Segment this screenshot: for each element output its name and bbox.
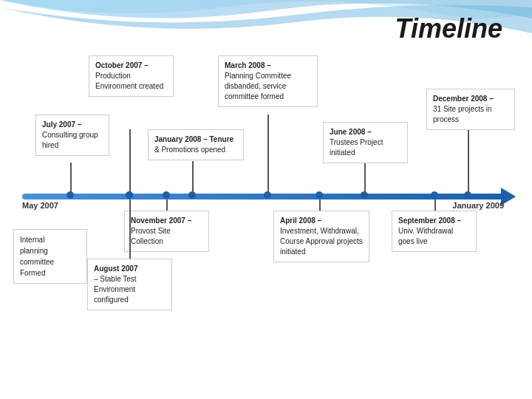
internal-planning-text3: committee [20, 258, 54, 266]
card-jan2008: January 2008 – Tenure& Promotions opened [148, 129, 244, 160]
card-jun2008: June 2008 –Trustees Project initiated [323, 122, 408, 163]
timeline-dot-sep2008 [431, 191, 438, 199]
card-date-aug2007: August 2007 [94, 265, 137, 273]
card-mar2008: March 2008 –Planning Committee disbanded… [218, 55, 318, 107]
timeline-dot-apr2008 [316, 191, 323, 199]
timeline-dot-nov2007 [163, 191, 170, 199]
internal-planning-text4: Formed [20, 269, 45, 277]
card-july2007: July 2007 –Consulting group hired [35, 115, 109, 156]
card-text-oct2007: Production Environment created [95, 72, 163, 90]
card-date-nov2007: November 2007 – [131, 216, 191, 225]
card-date-jan2008: January 2008 – Tenure [154, 135, 233, 143]
internal-planning-box: Internal planning committee Formed [13, 229, 87, 284]
internal-planning-text2: planning [20, 247, 48, 255]
card-date-sep2008: September 2008 – [398, 216, 461, 225]
card-text-mar2008: Planning Committee disbanded, service co… [225, 72, 291, 100]
connector-sep2008 [434, 200, 436, 211]
card-apr2008: April 2008 –Investment, Withdrawal, Cour… [273, 211, 369, 262]
connector-apr2008 [319, 200, 321, 211]
connector-jan2008 [192, 161, 194, 194]
card-date-july2007: July 2007 – [42, 120, 81, 129]
card-text-july2007: Consulting group hired [42, 131, 98, 149]
card-oct2007: October 2007 –Production Environment cre… [89, 55, 174, 97]
card-text-sep2008: Univ. Withdrawal goes live [398, 227, 453, 245]
card-text-aug2007: – Stable Test Environment configured [94, 275, 137, 304]
connector-oct2007 [129, 129, 131, 194]
connector-dec2008 [468, 129, 469, 194]
card-text-jan2008: & Promotions opened [154, 146, 225, 154]
timeline-end-label: January 2009 [452, 201, 504, 210]
card-sep2008: September 2008 –Univ. Withdrawal goes li… [392, 211, 477, 252]
card-text-apr2008: Investment, Withdrawal, Course Approval … [280, 227, 363, 256]
internal-planning-text: Internal [20, 236, 44, 244]
card-date-mar2008: March 2008 – [225, 61, 271, 69]
card-date-apr2008: April 2008 – [280, 216, 321, 225]
card-date-dec2008: December 2008 – [433, 95, 494, 103]
page-title: Timeline [395, 13, 502, 44]
card-text-jun2008: Trustees Project initiated [330, 138, 383, 157]
connector-mar2008 [267, 115, 269, 194]
card-aug2007: August 2007– Stable Test Environment con… [87, 259, 172, 310]
card-text-dec2008: 31 Site projects in process [433, 105, 492, 123]
card-nov2007: November 2007 –Provost Site Collection [124, 211, 209, 252]
connector-aug2007 [129, 200, 131, 260]
card-date-jun2008: June 2008 – [330, 128, 372, 136]
timeline-dot-aug2007 [126, 191, 133, 199]
card-date-oct2007: October 2007 – [95, 61, 149, 69]
connector-nov2007 [166, 200, 168, 211]
connector-jun2008 [364, 161, 366, 194]
card-dec2008: December 2008 –31 Site projects in proce… [426, 89, 515, 130]
timeline-start-label: May 2007 [22, 201, 58, 210]
card-text-nov2007: Provost Site Collection [131, 227, 171, 245]
connector-july2007 [70, 163, 72, 194]
